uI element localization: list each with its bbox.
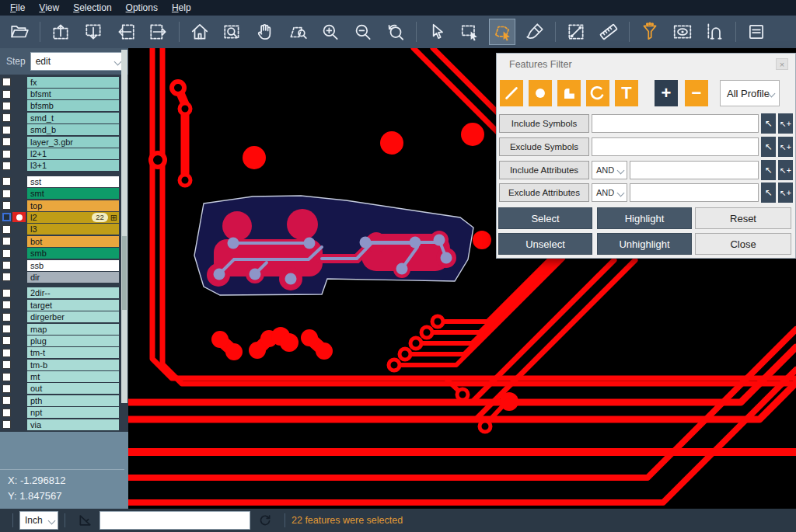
layer-checkbox[interactable]: [2, 237, 11, 245]
refresh-icon[interactable]: [258, 513, 272, 527]
layer-checkbox[interactable]: [2, 289, 11, 297]
layer-indicator-slot[interactable]: [12, 272, 26, 282]
layer-row-bfsmb[interactable]: bfsmb: [0, 100, 128, 112]
zoom-previous-icon[interactable]: [382, 19, 409, 45]
select-rect-icon[interactable]: [456, 19, 483, 45]
layer-indicator-slot[interactable]: [12, 336, 26, 346]
polarity-negative-icon[interactable]: −: [685, 80, 708, 106]
layer-checkbox[interactable]: [2, 78, 11, 86]
layer-checkbox[interactable]: [2, 150, 11, 158]
layer-row-out[interactable]: out: [0, 383, 128, 395]
close-icon[interactable]: ×: [776, 58, 788, 70]
include-attributes-button[interactable]: Include Attributes: [499, 161, 589, 179]
layer-indicator-slot[interactable]: [12, 395, 26, 405]
layer-checkbox[interactable]: [2, 396, 11, 405]
feature-text-icon[interactable]: T: [615, 80, 638, 106]
layer-row-smd_b[interactable]: smd_b: [0, 124, 128, 136]
active-layer-indicator[interactable]: [12, 212, 26, 222]
layer-row-fx[interactable]: fx: [0, 76, 128, 88]
menu-selection[interactable]: Selection: [66, 1, 118, 15]
layer-checkbox[interactable]: [2, 177, 11, 186]
pick-add-attribute-icon[interactable]: ↖+: [778, 183, 793, 203]
layer-checkbox[interactable]: [2, 90, 11, 99]
zoom-dynamic-icon[interactable]: [285, 19, 311, 45]
select-arrow-icon[interactable]: [424, 19, 450, 45]
layer-checkbox[interactable]: [2, 162, 11, 170]
layer-row-smd_t[interactable]: smd_t: [0, 112, 128, 123]
clean-brush-icon[interactable]: [522, 19, 548, 45]
layer-indicator-slot[interactable]: [12, 408, 26, 418]
layer-indicator-slot[interactable]: [12, 360, 26, 370]
open-folder-icon[interactable]: [6, 19, 33, 45]
layer-checkbox[interactable]: [2, 360, 11, 369]
snap-magnet-icon[interactable]: [702, 19, 728, 45]
layer-indicator-slot[interactable]: [12, 200, 26, 210]
layer-checkbox[interactable]: [2, 126, 11, 134]
layer-row-l2[interactable]: l222⊞: [0, 211, 128, 223]
layer-indicator-slot[interactable]: [12, 113, 26, 123]
profile-select[interactable]: All Profile: [720, 80, 780, 106]
layer-indicator-slot[interactable]: [12, 348, 26, 358]
layer-indicator-slot[interactable]: [12, 260, 26, 270]
layer-checkbox[interactable]: [2, 225, 11, 234]
pick-symbol-icon[interactable]: ↖: [761, 113, 776, 134]
unit-select[interactable]: Inch: [19, 511, 58, 530]
measure-line-icon[interactable]: [563, 19, 589, 45]
pick-add-symbol-icon[interactable]: ↖+: [778, 137, 793, 157]
pick-add-attribute-icon[interactable]: ↖+: [778, 160, 793, 180]
highlight-button[interactable]: Highlight: [597, 207, 692, 229]
layer-checkbox[interactable]: [2, 190, 11, 198]
layer-checkbox[interactable]: [2, 349, 11, 357]
menu-help[interactable]: Help: [165, 1, 198, 15]
layer-indicator-slot[interactable]: [12, 300, 26, 310]
layer-checkbox[interactable]: [2, 102, 11, 110]
pick-attribute-icon[interactable]: ↖: [761, 160, 776, 180]
layer-row-bot[interactable]: bot: [0, 235, 128, 247]
layer-row-layer_3.gbr[interactable]: layer_3.gbr: [0, 136, 128, 148]
layer-checkbox[interactable]: [2, 336, 11, 345]
include-symbols-input[interactable]: [592, 114, 759, 133]
unhighlight-button[interactable]: Unhighlight: [597, 233, 692, 255]
layer-indicator-slot[interactable]: [12, 384, 26, 394]
layer-checkbox[interactable]: [2, 113, 11, 122]
layer-indicator-slot[interactable]: [12, 249, 26, 259]
layer-checkbox[interactable]: [2, 301, 11, 309]
layer-row-mt[interactable]: mt: [0, 370, 128, 382]
layer-row-2dir--[interactable]: 2dir--: [0, 287, 128, 299]
exclude-symbols-input[interactable]: [592, 137, 759, 156]
layer-row-smt[interactable]: smt: [0, 188, 128, 200]
pick-add-symbol-icon[interactable]: ↖+: [778, 113, 793, 134]
exclude-symbols-button[interactable]: Exclude Symbols: [499, 137, 589, 156]
layer-indicator-slot[interactable]: [12, 176, 26, 186]
polarity-positive-icon[interactable]: +: [655, 80, 678, 106]
pick-symbol-icon[interactable]: ↖: [761, 137, 776, 157]
unselect-button[interactable]: Unselect: [498, 233, 592, 255]
layer-row-pth[interactable]: pth: [0, 395, 128, 406]
layer-row-via[interactable]: via: [0, 419, 128, 430]
layer-row-top[interactable]: top: [0, 200, 128, 211]
layer-row-npt[interactable]: npt: [0, 407, 128, 419]
layer-checkbox[interactable]: [2, 213, 11, 221]
layer-checkbox[interactable]: [2, 384, 11, 393]
view-box-icon[interactable]: [669, 19, 696, 45]
layer-row-l3+1[interactable]: l3+1: [0, 160, 128, 172]
layer-row-l2+1[interactable]: l2+1: [0, 148, 128, 159]
layer-indicator-slot[interactable]: [12, 372, 26, 382]
layer-row-ssb[interactable]: ssb: [0, 259, 128, 271]
layer-indicator-slot[interactable]: [12, 312, 26, 322]
close-button[interactable]: Close: [695, 233, 791, 255]
features-filter-icon[interactable]: [637, 19, 663, 45]
layer-checkbox[interactable]: [2, 201, 11, 210]
angle-mode-icon[interactable]: [78, 513, 93, 528]
layer-checkbox[interactable]: [2, 137, 11, 146]
layer-row-tm-b[interactable]: tm-b: [0, 359, 128, 370]
layer-indicator-slot[interactable]: [12, 288, 26, 298]
layer-indicator-slot[interactable]: [12, 236, 26, 246]
layer-row-sst[interactable]: sst: [0, 176, 128, 187]
layer-row-dir[interactable]: dir: [0, 271, 128, 283]
exclude-attributes-operator-select[interactable]: AND: [592, 183, 627, 202]
layer-row-dirgerber[interactable]: dirgerber: [0, 311, 128, 322]
layer-checkbox[interactable]: [2, 313, 11, 322]
layer-indicator-slot[interactable]: [12, 189, 26, 199]
layer-indicator-slot[interactable]: [12, 324, 26, 334]
